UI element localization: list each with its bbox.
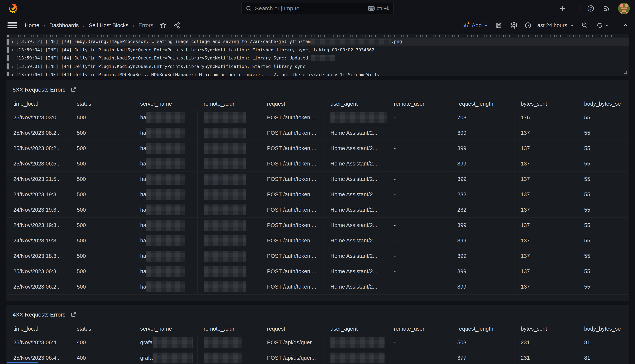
column-header-status[interactable]: status (71, 323, 134, 335)
dashboard-settings-button[interactable] (509, 20, 519, 30)
column-header-remote_addr[interactable]: remote_addr (198, 98, 261, 110)
column-header-request_length[interactable]: request_length (451, 323, 515, 335)
column-header-request_length[interactable]: request_length (451, 98, 515, 110)
external-link-icon[interactable] (70, 87, 76, 93)
cell-request: POST /auth/token ... (261, 156, 324, 172)
redacted-blur (204, 174, 246, 185)
cell-server_name: ha (134, 248, 198, 264)
cell-time_local: 25/Nov/2023:03:0... (7, 110, 71, 125)
cell-status: 500 (71, 125, 134, 141)
cell-bytes_sent: 137 (515, 248, 578, 264)
cell-remote_addr (198, 110, 261, 125)
redacted-blur (146, 189, 185, 200)
collapse-toolbar-button[interactable] (622, 22, 629, 29)
cell-server_name: ha (134, 187, 198, 202)
column-header-remote_user[interactable]: remote_user (388, 98, 451, 110)
breadcrumb-home[interactable]: Home (25, 22, 39, 28)
search-shortcut: ctrl+k (376, 6, 389, 12)
breadcrumb-dashboards[interactable]: Dashboards (49, 22, 78, 28)
panel-title[interactable]: 5XX Requests Errors (12, 86, 66, 93)
column-header-server_name[interactable]: server_name (134, 323, 198, 335)
log-row[interactable] (6, 35, 629, 38)
cell-body_bytes_se: 55 (578, 202, 628, 218)
cell-status: 500 (71, 264, 134, 279)
search-input[interactable]: Search or jump to... ctrl+k (241, 3, 394, 14)
user-avatar[interactable] (618, 3, 630, 14)
menu-icon[interactable] (6, 20, 19, 31)
horizontal-scrollbar-thumb[interactable] (7, 362, 38, 364)
redacted-blur (146, 158, 185, 169)
expand-chevron-icon[interactable]: › (12, 64, 13, 69)
cell-remote_addr (198, 156, 261, 172)
log-row[interactable]: ›[13:59:00] [INF] [44] Jellyfin.Plugin.T… (6, 70, 629, 76)
column-header-user_agent[interactable]: user_agent (324, 323, 388, 335)
cell-request: POST /auth/token ... (261, 125, 324, 141)
column-header-bytes_sent[interactable]: bytes_sent (515, 98, 578, 110)
cell-request: POST /auth/token ... (261, 172, 324, 187)
column-header-body_bytes_se[interactable]: body_bytes_se (578, 323, 628, 335)
external-link-icon[interactable] (70, 312, 76, 318)
column-header-time_local[interactable]: time_local (7, 98, 71, 110)
column-header-request[interactable]: request (261, 323, 324, 335)
refresh-button[interactable] (595, 21, 610, 30)
column-header-bytes_sent[interactable]: bytes_sent (515, 323, 578, 335)
cell-request_length: 399 (451, 125, 515, 141)
cell-request: POST /auth/token ... (261, 110, 324, 125)
expand-chevron-icon[interactable]: › (12, 72, 13, 76)
news-button[interactable] (602, 4, 612, 13)
cell-bytes_sent: 137 (515, 279, 578, 294)
cell-remote_addr (198, 233, 261, 248)
panel-title[interactable]: 4XX Requests Errors (12, 312, 66, 318)
cell-time_local: 25/Nov/2023:06:4... (7, 335, 71, 350)
expand-chevron-icon[interactable]: › (12, 56, 13, 61)
column-header-user_agent[interactable]: user_agent (324, 98, 388, 110)
table-row: 24/Nov/2023:19:3...500haPOST /auth/token… (7, 218, 628, 233)
column-header-time_local[interactable]: time_local (7, 323, 71, 335)
cell-server_name: ha (134, 172, 198, 187)
expand-chevron-icon[interactable]: › (12, 48, 13, 52)
cell-remote_addr (198, 218, 261, 233)
cell-bytes_sent: 137 (515, 202, 578, 218)
log-row[interactable]: ›[13:59:04] [INF] [44] Jellyfin.Plugin.K… (6, 46, 629, 54)
cell-body_bytes_se: 55 (578, 156, 628, 172)
column-header-server_name[interactable]: server_name (134, 98, 198, 110)
cell-remote_user: - (388, 264, 451, 279)
share-button[interactable] (172, 21, 182, 30)
divider (579, 4, 580, 13)
new-button[interactable] (558, 4, 573, 13)
redacted-blur (204, 220, 246, 231)
favorite-star-button[interactable] (158, 21, 168, 30)
save-dashboard-button[interactable] (494, 21, 504, 30)
column-header-status[interactable]: status (71, 98, 134, 110)
column-header-remote_user[interactable]: remote_user (388, 323, 451, 335)
panel-resize-handle[interactable] (624, 71, 627, 74)
column-header-remote_addr[interactable]: remote_addr (198, 323, 261, 335)
cell-request_length: 399 (451, 156, 515, 172)
column-header-body_bytes_se[interactable]: body_bytes_se (578, 98, 628, 110)
redacted-blur (330, 352, 385, 364)
grafana-logo-icon[interactable] (7, 3, 19, 14)
clipped-log-line (18, 35, 618, 36)
cell-user_agent: Home Assistant/2... (324, 125, 388, 141)
cell-bytes_sent: 137 (515, 141, 578, 156)
logs-panel: ›[13:59:12] [INF] [70] Emby.Drawing.Imag… (6, 34, 629, 76)
expand-chevron-icon[interactable]: › (12, 39, 13, 44)
log-row[interactable]: ›[13:59:12] [INF] [70] Emby.Drawing.Imag… (6, 38, 629, 46)
cell-status: 500 (71, 202, 134, 218)
dashboard-canvas: ›[13:59:12] [INF] [70] Emby.Drawing.Imag… (0, 34, 635, 364)
cell-request_length: 232 (451, 187, 515, 202)
cell-user_agent (324, 335, 388, 350)
cell-status: 500 (71, 248, 134, 264)
log-level-bar (7, 39, 9, 45)
log-row[interactable]: ›[13:59:04] [INF] [44] Jellyfin.Plugin.K… (6, 54, 629, 62)
cell-request: POST /auth/token ... (261, 141, 324, 156)
redacted-blur (204, 112, 246, 123)
zoom-out-button[interactable] (580, 21, 590, 30)
help-button[interactable]: ? (586, 4, 596, 13)
time-range-picker[interactable]: Last 24 hours (524, 22, 574, 29)
add-panel-button[interactable]: Add (463, 22, 488, 29)
breadcrumb-self-host-blocks[interactable]: Self Host Blocks (89, 22, 128, 28)
log-row[interactable]: ›[13:59:01] [INF] [44] Jellyfin.Plugin.K… (6, 62, 629, 70)
column-header-request[interactable]: request (261, 98, 324, 110)
log-level-bar (7, 72, 9, 76)
